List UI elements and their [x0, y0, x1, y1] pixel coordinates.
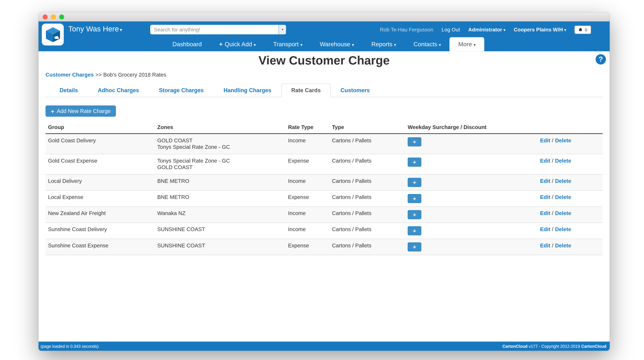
nav-more[interactable]: More▾ [450, 37, 484, 51]
add-weekday-surcharge-button[interactable]: + [408, 226, 421, 235]
add-weekday-surcharge-button[interactable]: + [408, 194, 421, 203]
cell-rate-type: Expense [286, 154, 330, 174]
nav-label: Dashboard [172, 41, 202, 48]
page-title: View Customer Charge [38, 53, 610, 67]
cell-zones: BNE METRO [155, 190, 286, 207]
cell-group: Gold Coast Delivery [46, 134, 155, 154]
add-new-rate-charge-button[interactable]: + Add New Rate Charge [46, 105, 116, 117]
tab-rate-cards[interactable]: Rate Cards [281, 83, 331, 97]
action-separator: / [552, 210, 554, 216]
minimize-button[interactable] [51, 14, 56, 19]
cell-actions: Edit/Delete [509, 154, 603, 174]
breadcrumb-customer-charges-link[interactable]: Customer Charges [46, 72, 94, 78]
nav-label: Warehouse [320, 41, 350, 48]
close-button[interactable] [42, 14, 48, 19]
edit-link[interactable]: Edit [540, 210, 550, 216]
add-weekday-surcharge-button[interactable]: + [408, 178, 421, 187]
nav-warehouse[interactable]: Warehouse▾ [311, 37, 362, 51]
cell-actions: Edit/Delete [509, 174, 603, 190]
table-row: Sunshine Coast Delivery SUNSHINE COAST I… [46, 223, 603, 239]
notification-count: 0 [585, 27, 587, 32]
cell-zones: Tonys Special Rate Zone - GC GOLD COAST [155, 154, 286, 174]
cell-group: Sunshine Coast Expense [46, 239, 155, 255]
tab-storage-charges[interactable]: Storage Charges [149, 83, 214, 97]
zone-line: GOLD COAST [157, 164, 283, 171]
charge-tabs: Details Adhoc Charges Storage Charges Ha… [46, 83, 603, 97]
caret-down-icon: ▾ [564, 28, 566, 32]
help-icon[interactable]: ? [596, 54, 606, 64]
tab-handling-charges[interactable]: Handling Charges [214, 83, 281, 97]
search-input[interactable] [150, 25, 278, 34]
caret-down-icon: ▾ [439, 42, 441, 47]
edit-link[interactable]: Edit [540, 178, 550, 184]
plus-icon: + [51, 108, 54, 114]
cell-actions: Edit/Delete [509, 207, 603, 223]
edit-link[interactable]: Edit [540, 158, 550, 164]
edit-link[interactable]: Edit [540, 226, 550, 232]
delete-link[interactable]: Delete [555, 137, 571, 144]
add-weekday-surcharge-button[interactable]: + [408, 137, 421, 146]
cell-group: Local Expense [46, 190, 155, 207]
delete-link[interactable]: Delete [555, 210, 571, 216]
cell-zones: SUNSHINE COAST [155, 223, 286, 239]
zone-line: Wanaka NZ [157, 210, 283, 217]
nav-label: More [458, 41, 472, 48]
cell-rate-type: Income [286, 207, 330, 223]
cell-weekday-surcharge: + [405, 134, 508, 154]
search-dropdown-button[interactable]: ▾ [278, 25, 286, 34]
cell-actions: Edit/Delete [509, 223, 603, 239]
bell-icon [578, 27, 583, 32]
add-button-label: Add New Rate Charge [57, 108, 111, 114]
cell-type: Cartons / Pallets [330, 239, 405, 255]
tab-adhoc-charges[interactable]: Adhoc Charges [88, 83, 149, 97]
delete-link[interactable]: Delete [555, 242, 571, 249]
zone-line: GOLD COAST [157, 137, 283, 144]
add-weekday-surcharge-button[interactable]: + [408, 210, 421, 219]
current-user[interactable]: Rob Te-Hau Fergusson [380, 27, 433, 33]
col-header-weekday-surcharge: Weekday Surcharge / Discount [405, 122, 508, 134]
nav-dashboard[interactable]: Dashboard [164, 37, 210, 51]
nav-transport[interactable]: Transport▾ [264, 37, 311, 51]
notifications-button[interactable]: 0 [574, 26, 591, 34]
nav-quick-add[interactable]: +Quick Add▾ [210, 37, 264, 51]
nav-reports[interactable]: Reports▾ [363, 37, 405, 51]
table-row: Local Delivery BNE METRO Income Cartons … [46, 174, 603, 190]
zone-line: Tonys Special Rate Zone - GC [157, 144, 283, 151]
delete-link[interactable]: Delete [555, 194, 571, 200]
nav-contacts[interactable]: Contacts▾ [405, 37, 450, 51]
warehouse-dropdown[interactable]: Coopers Plains W/H▾ [514, 27, 566, 33]
delete-link[interactable]: Delete [555, 158, 571, 164]
role-dropdown[interactable]: Administrator▾ [468, 27, 506, 33]
tenant-menu[interactable]: Tony Was Here▾ [68, 25, 122, 33]
delete-link[interactable]: Delete [555, 178, 571, 184]
tab-customers[interactable]: Customers [331, 83, 380, 97]
edit-link[interactable]: Edit [540, 242, 550, 249]
cell-rate-type: Income [286, 223, 330, 239]
table-header-row: Group Zones Rate Type Type Weekday Surch… [46, 122, 603, 134]
edit-link[interactable]: Edit [540, 194, 550, 200]
col-header-group: Group [46, 122, 155, 134]
cell-group: Sunshine Coast Delivery [46, 223, 155, 239]
add-weekday-surcharge-button[interactable]: + [408, 158, 421, 167]
cartoncloud-logo-icon[interactable] [42, 23, 64, 45]
zoom-button[interactable] [59, 14, 64, 19]
zone-line: BNE METRO [157, 178, 283, 185]
cell-rate-type: Expense [286, 239, 330, 255]
edit-link[interactable]: Edit [540, 137, 550, 144]
cell-weekday-surcharge: + [405, 207, 508, 223]
caret-down-icon: ▾ [474, 42, 476, 47]
tab-details[interactable]: Details [50, 83, 88, 97]
footer-version-text: v177 - Copyright 2012-2019 [529, 344, 580, 349]
cell-actions: Edit/Delete [509, 239, 603, 255]
zone-line: Tonys Special Rate Zone - GC [157, 158, 283, 164]
cell-group: New Zealand Air Freight [46, 207, 155, 223]
main-nav: Dashboard +Quick Add▾ Transport▾ Warehou… [38, 37, 610, 51]
cell-weekday-surcharge: + [405, 190, 508, 207]
cell-actions: Edit/Delete [509, 190, 603, 207]
add-weekday-surcharge-button[interactable]: + [408, 242, 421, 252]
delete-link[interactable]: Delete [555, 226, 571, 232]
cell-weekday-surcharge: + [405, 223, 508, 239]
cell-type: Cartons / Pallets [330, 190, 405, 207]
caret-down-icon: ▾ [352, 42, 354, 47]
log-out-link[interactable]: Log Out [442, 27, 460, 33]
